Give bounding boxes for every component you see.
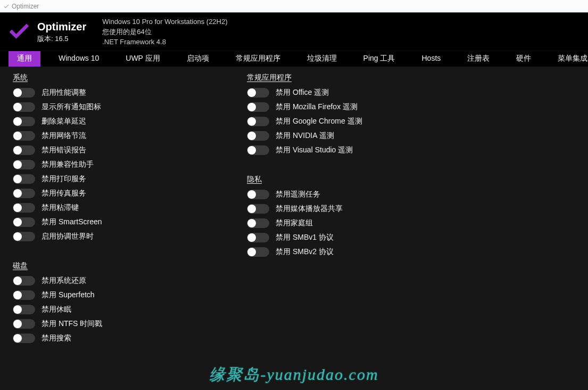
toggle-system-5[interactable] xyxy=(13,160,35,169)
toggle-row-system-10: 启用协调世界时 xyxy=(13,232,234,241)
toggle-system-10[interactable] xyxy=(13,232,35,241)
toggle-row-privacy-2: 禁用家庭组 xyxy=(247,218,468,228)
toggle-label-privacy-3: 禁用 SMBv1 协议 xyxy=(276,233,334,242)
toggle-row-disk-2: 禁用休眠 xyxy=(13,305,234,314)
tab-8[interactable]: 注册表 xyxy=(459,51,498,67)
toggle-row-system-9: 禁用 SmartScreen xyxy=(13,217,234,227)
toggle-disk-3[interactable] xyxy=(13,319,35,329)
toggle-knob-icon xyxy=(13,277,22,285)
toggle-knob-icon xyxy=(13,88,22,97)
toggle-row-disk-1: 禁用 Superfetch xyxy=(13,290,234,300)
tab-3[interactable]: 启动项 xyxy=(178,51,218,67)
tab-2[interactable]: UWP 应用 xyxy=(117,51,168,67)
version-label: 版本: 16.5 xyxy=(37,34,86,44)
tab-10[interactable]: 菜单集成 xyxy=(549,51,588,67)
toggle-label-privacy-0: 禁用遥测任务 xyxy=(276,190,320,199)
toggle-system-3[interactable] xyxy=(13,131,35,141)
toggle-system-6[interactable] xyxy=(13,174,35,184)
toggle-label-system-10: 启用协调世界时 xyxy=(42,232,94,241)
toggle-label-apps-0: 禁用 Office 遥测 xyxy=(276,88,329,98)
toggle-knob-icon xyxy=(13,232,22,241)
left-column: 系统 启用性能调整显示所有通知图标删除菜单延迟禁用网络节流禁用错误报告禁用兼容性… xyxy=(0,73,234,390)
toggle-disk-0[interactable] xyxy=(13,276,35,286)
toggle-label-system-5: 禁用兼容性助手 xyxy=(42,160,94,169)
toggle-disk-1[interactable] xyxy=(13,290,35,300)
toggle-row-system-2: 删除菜单延迟 xyxy=(13,117,234,126)
toggle-apps-4[interactable] xyxy=(247,145,269,155)
toggle-label-system-1: 显示所有通知图标 xyxy=(42,102,101,112)
toggle-label-disk-0: 禁用系统还原 xyxy=(42,276,86,286)
content-area: 系统 启用性能调整显示所有通知图标删除菜单延迟禁用网络节流禁用错误报告禁用兼容性… xyxy=(0,67,588,390)
toggle-row-apps-3: 禁用 NVIDIA 遥测 xyxy=(247,131,468,141)
toggle-knob-icon xyxy=(13,291,22,299)
toggle-knob-icon xyxy=(247,233,256,242)
toggle-system-1[interactable] xyxy=(13,102,35,112)
logo-check-icon xyxy=(7,20,31,44)
toggle-label-apps-2: 禁用 Google Chrome 遥测 xyxy=(276,117,362,126)
toggle-row-system-4: 禁用错误报告 xyxy=(13,145,234,155)
toggle-label-apps-1: 禁用 Mozilla Firefox 遥测 xyxy=(276,102,358,112)
tab-7[interactable]: Hosts xyxy=(413,51,450,67)
toggle-apps-3[interactable] xyxy=(247,131,269,141)
toggle-system-7[interactable] xyxy=(13,189,35,198)
toggle-row-system-1: 显示所有通知图标 xyxy=(13,102,234,112)
toggle-knob-icon xyxy=(247,103,256,111)
toggle-label-apps-4: 禁用 Visual Studio 遥测 xyxy=(276,145,353,155)
toggle-system-8[interactable] xyxy=(13,203,35,213)
toggle-knob-icon xyxy=(13,103,22,111)
app-name: Optimizer xyxy=(37,21,86,33)
section-disk-title: 磁盘 xyxy=(13,261,234,271)
toggle-label-system-0: 启用性能调整 xyxy=(42,88,86,98)
toggle-label-system-6: 禁用打印服务 xyxy=(42,174,86,184)
tab-0[interactable]: 通用 xyxy=(9,51,40,67)
tab-9[interactable]: 硬件 xyxy=(508,51,540,67)
toggle-system-0[interactable] xyxy=(13,88,35,98)
toggle-knob-icon xyxy=(13,320,22,328)
toggle-knob-icon xyxy=(247,117,256,126)
toggle-disk-4[interactable] xyxy=(13,334,35,343)
toggle-disk-2[interactable] xyxy=(13,305,35,314)
toggle-label-disk-3: 禁用 NTFS 时间戳 xyxy=(42,319,102,329)
toggle-system-2[interactable] xyxy=(13,117,35,126)
toggle-row-system-0: 启用性能调整 xyxy=(13,88,234,98)
toggle-privacy-2[interactable] xyxy=(247,218,269,228)
toggle-apps-0[interactable] xyxy=(247,88,269,98)
toggle-privacy-1[interactable] xyxy=(247,204,269,214)
framework-line: .NET Framework 4.8 xyxy=(102,37,227,47)
toggle-apps-1[interactable] xyxy=(247,102,269,112)
toggle-knob-icon xyxy=(13,175,22,183)
toggle-row-system-7: 禁用传真服务 xyxy=(13,189,234,198)
toggle-system-4[interactable] xyxy=(13,145,35,155)
toggle-row-apps-1: 禁用 Mozilla Firefox 遥测 xyxy=(247,102,468,112)
toggle-row-privacy-1: 禁用媒体播放器共享 xyxy=(247,204,468,214)
toggle-label-system-3: 禁用网络节流 xyxy=(42,131,86,141)
toggle-label-disk-4: 禁用搜索 xyxy=(42,334,71,343)
toggle-label-privacy-2: 禁用家庭组 xyxy=(276,218,313,228)
right-column: 常规应用程序 禁用 Office 遥测禁用 Mozilla Firefox 遥测… xyxy=(234,73,468,390)
toggle-system-9[interactable] xyxy=(13,217,35,227)
toggle-privacy-4[interactable] xyxy=(247,247,269,257)
toggle-knob-icon xyxy=(247,205,256,213)
tab-4[interactable]: 常规应用程序 xyxy=(227,51,289,67)
toggle-row-system-3: 禁用网络节流 xyxy=(13,131,234,141)
toggle-knob-icon xyxy=(247,248,256,256)
tab-5[interactable]: 垃圾清理 xyxy=(299,51,345,67)
toggle-privacy-3[interactable] xyxy=(247,233,269,242)
toggle-privacy-0[interactable] xyxy=(247,190,269,199)
toggle-apps-2[interactable] xyxy=(247,117,269,126)
toggle-row-system-8: 禁用粘滞键 xyxy=(13,203,234,213)
window-title: Optimizer xyxy=(12,3,39,10)
os-line: Windows 10 Pro for Workstations (22H2) xyxy=(102,17,227,27)
toggle-label-apps-3: 禁用 NVIDIA 遥测 xyxy=(276,131,334,141)
tab-6[interactable]: Ping 工具 xyxy=(355,51,404,67)
toggle-knob-icon xyxy=(247,88,256,97)
toggle-label-disk-2: 禁用休眠 xyxy=(42,305,71,314)
toggle-row-disk-3: 禁用 NTFS 时间戳 xyxy=(13,319,234,329)
header: Optimizer 版本: 16.5 Windows 10 Pro for Wo… xyxy=(0,13,588,51)
arch-line: 您使用的是64位 xyxy=(102,27,227,37)
toggle-knob-icon xyxy=(13,218,22,226)
tab-1[interactable]: Windows 10 xyxy=(50,51,107,67)
toggle-label-privacy-4: 禁用 SMBv2 协议 xyxy=(276,247,334,257)
section-apps-title: 常规应用程序 xyxy=(247,73,468,83)
toggle-knob-icon xyxy=(13,160,22,169)
